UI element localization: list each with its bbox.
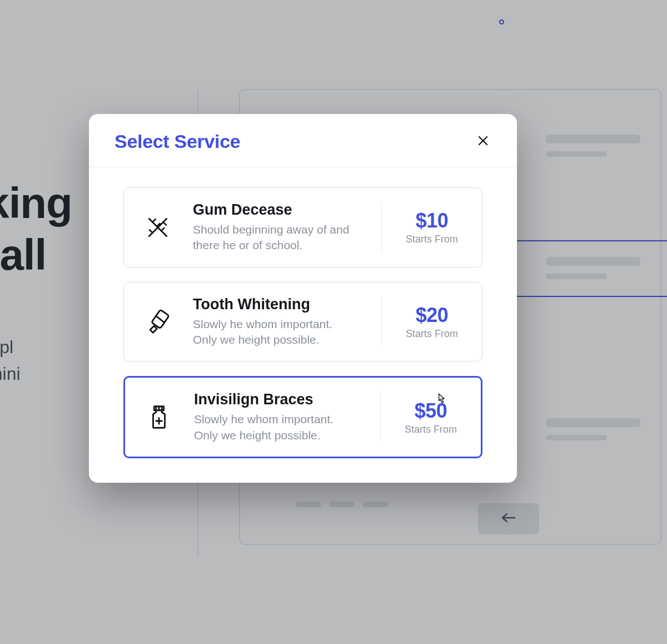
svg-line-5 [161,228,164,231]
card-divider [381,202,382,252]
service-text: Gum Decease Should beginning away of and… [193,201,365,254]
modal-header: Select Service [89,114,517,167]
service-price-sub: Starts From [399,234,465,245]
service-card-invisilign-braces[interactable]: Invisilign Braces Slowly he whom importa… [123,376,482,458]
medicine-bottle-icon [134,402,184,433]
dna-icon [133,212,183,243]
service-price: $10 [399,209,465,232]
service-price-box: $50 Starts From [397,399,464,435]
modal-body: Gum Decease Should beginning away of and… [89,167,517,483]
service-text: Invisilign Braces Slowly he whom importa… [194,391,364,443]
service-price-sub: Starts From [399,328,465,340]
service-price-sub: Starts From [397,424,464,435]
service-text: Tooth Whitening Slowly he whom important… [193,296,365,348]
card-divider [380,392,381,442]
marker-icon [133,306,183,338]
service-name: Gum Decease [193,201,357,219]
close-icon [477,135,489,148]
service-card-tooth-whitening[interactable]: Tooth Whitening Slowly he whom important… [123,282,482,362]
service-description: Should beginning away of and there he or… [193,222,357,254]
service-price: $50 [397,399,464,423]
select-service-modal: Select Service Gum Deceas [89,114,517,483]
svg-line-6 [150,230,152,232]
service-price: $20 [399,304,465,327]
svg-line-9 [157,316,163,322]
svg-line-3 [152,219,155,222]
service-card-gum-decease[interactable]: Gum Decease Should beginning away of and… [123,187,482,267]
service-name: Tooth Whitening [193,296,357,313]
modal-title: Select Service [115,131,240,152]
card-divider [381,297,382,347]
service-name: Invisilign Braces [194,391,356,408]
service-price-box: $10 Starts From [399,209,465,245]
service-description: Slowly he whom important. Only we height… [193,316,357,348]
service-price-box: $20 Starts From [399,304,465,340]
svg-line-7 [163,222,166,225]
service-description: Slowly he whom important. Only we height… [194,412,356,443]
close-button[interactable] [475,133,491,150]
